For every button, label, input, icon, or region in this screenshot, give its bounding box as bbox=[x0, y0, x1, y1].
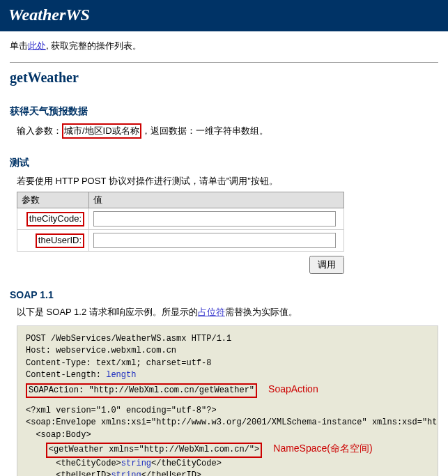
page-header: WeatherWS bbox=[0, 0, 448, 31]
soap-title: SOAP 1.1 bbox=[10, 289, 438, 300]
params-highlight: 城市/地区ID或名称 bbox=[62, 123, 141, 139]
code-line-soapaction: SOAPAction: "http://WebXml.com.cn/getWea… bbox=[26, 382, 429, 398]
top-nav-line: 单击此处, 获取完整的操作列表。 bbox=[10, 40, 438, 52]
table-row: theCityCode: bbox=[17, 208, 344, 230]
table-header-row: 参数 值 bbox=[17, 192, 344, 208]
col-value: 值 bbox=[89, 192, 344, 208]
test-title: 测试 bbox=[10, 157, 438, 169]
topline-prefix: 单击 bbox=[10, 40, 28, 51]
citycode-input[interactable] bbox=[93, 211, 336, 227]
param-label-citycode: theCityCode: bbox=[26, 212, 84, 227]
col-param: 参数 bbox=[17, 192, 89, 208]
params-prefix: 输入参数： bbox=[17, 125, 62, 136]
page-title: WeatherWS bbox=[8, 6, 440, 24]
soap-desc-prefix: 以下是 SOAP 1.2 请求和响应示例。所显示的 bbox=[17, 307, 198, 317]
param-table: 参数 值 theCityCode: theUserID: bbox=[17, 192, 344, 252]
operation-name: getWeather bbox=[10, 70, 438, 86]
soap-desc-suffix: 需替换为实际值。 bbox=[225, 307, 298, 317]
page-content: 单击此处, 获取完整的操作列表。 getWeather 获得天气预报数据 输入参… bbox=[0, 31, 448, 476]
code-line: <?xml version="1.0" encoding="utf-8"?> bbox=[26, 405, 429, 417]
param-label-userid: theUserID: bbox=[36, 233, 84, 248]
namespace-annotation: NameSpace(命名空间) bbox=[273, 443, 372, 454]
code-line-namespace: <getWeather xmlns="http://WebXml.com.cn/… bbox=[26, 441, 429, 457]
code-line: Host: webservice.webxml.com.cn bbox=[26, 345, 429, 357]
table-row: theUserID: bbox=[17, 230, 344, 252]
soapaction-box: SOAPAction: "http://WebXml.com.cn/getWea… bbox=[26, 383, 257, 398]
invoke-button[interactable]: 调用 bbox=[309, 256, 344, 274]
code-line: <soap:Envelope xmlns:xsi="http://www.w3.… bbox=[26, 417, 429, 429]
string-placeholder: string bbox=[111, 470, 141, 476]
length-placeholder: length bbox=[106, 370, 136, 380]
string-placeholder: string bbox=[121, 459, 151, 468]
operations-list-link[interactable]: 此处 bbox=[28, 40, 46, 51]
code-line: <soap:Body> bbox=[26, 429, 429, 441]
code-line: Content-Length: length bbox=[26, 369, 429, 381]
userid-input[interactable] bbox=[93, 233, 336, 248]
soap-desc: 以下是 SOAP 1.2 请求和响应示例。所显示的占位符需替换为实际值。 bbox=[17, 306, 438, 318]
soap-code-block: POST /WebServices/WeatherWS.asmx HTTP/1.… bbox=[17, 325, 438, 476]
soapaction-annotation: SoapAction bbox=[268, 383, 318, 394]
separator bbox=[10, 62, 438, 63]
desc-title: 获得天气预报数据 bbox=[10, 105, 438, 118]
namespace-box: <getWeather xmlns="http://WebXml.com.cn/… bbox=[46, 443, 262, 457]
code-line: POST /WebServices/WeatherWS.asmx HTTP/1.… bbox=[26, 333, 429, 345]
params-line: 输入参数：城市/地区ID或名称，返回数据：一维字符串数组。 bbox=[17, 123, 438, 139]
placeholder-link[interactable]: 占位符 bbox=[198, 307, 225, 317]
topline-suffix: , 获取完整的操作列表。 bbox=[46, 40, 141, 51]
code-line: <theUserID>string</theUserID> bbox=[26, 470, 429, 476]
params-suffix: ，返回数据：一维字符串数组。 bbox=[141, 125, 268, 136]
test-desc: 若要使用 HTTP POST 协议对操作进行测试，请单击"调用"按钮。 bbox=[17, 175, 438, 187]
code-line: Content-Type: text/xml; charset=utf-8 bbox=[26, 358, 429, 369]
code-line: <theCityCode>string</theCityCode> bbox=[26, 458, 429, 470]
